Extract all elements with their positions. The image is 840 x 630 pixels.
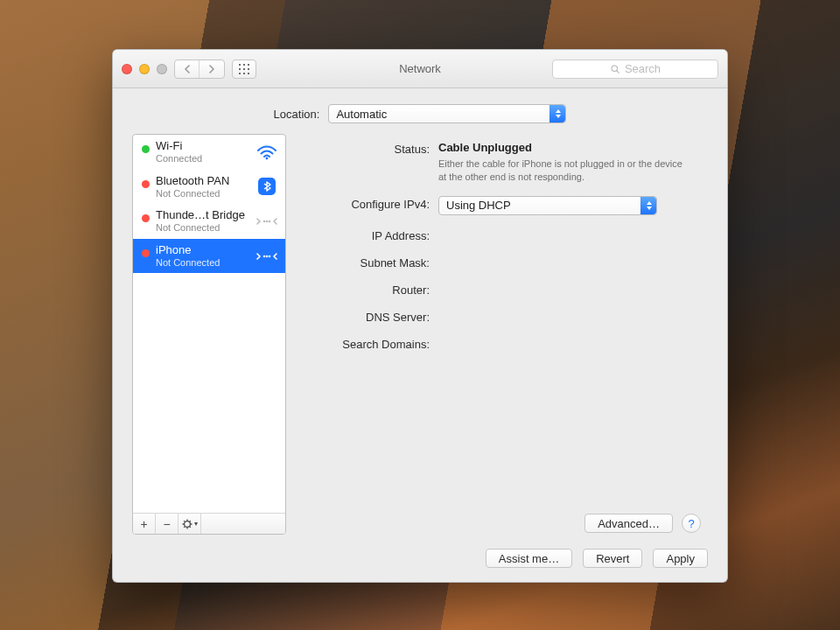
apply-button[interactable]: Apply [653,549,708,568]
forward-button[interactable] [200,60,224,78]
assist-me-button[interactable]: Assist me… [486,549,572,568]
status-dot-icon [142,249,150,257]
subnet-mask-label: Subnet Mask: [298,255,430,270]
chevron-right-icon [208,65,215,74]
svg-point-19 [184,521,190,527]
advanced-button[interactable]: Advanced… [584,514,673,533]
status-description: Either the cable for iPhone is not plugg… [438,158,692,184]
service-iphone[interactable]: iPhone Not Connected [133,239,285,274]
nav-back-forward [174,60,225,79]
search-domains-label: Search Domains: [298,336,430,351]
status-dot-icon [142,145,150,153]
status-value: Cable Unplugged [438,141,701,154]
configure-ipv4-value: Using DHCP [446,199,511,212]
svg-rect-4 [243,68,245,70]
add-service-button[interactable]: + [133,514,156,534]
window-footer: Assist me… Revert Apply [132,549,708,568]
minimize-window-button[interactable] [139,64,150,74]
status-dot-icon [142,214,150,222]
search-field[interactable]: Search [552,60,718,79]
svg-rect-8 [248,73,249,74]
close-window-button[interactable] [122,64,132,74]
window-traffic-lights [122,64,167,74]
svg-line-10 [617,70,620,73]
service-bluetooth-pan[interactable]: Bluetooth PAN Not Connected [133,170,285,205]
svg-point-15 [269,220,271,223]
service-name: Wi-Fi [156,140,249,153]
svg-point-14 [266,220,269,223]
svg-rect-1 [243,64,245,66]
service-status: Not Connected [156,257,249,269]
status-label: Status: [298,141,430,156]
service-name: iPhone [156,244,249,257]
service-name: Thunde…t Bridge [156,209,249,222]
svg-rect-6 [239,73,241,74]
svg-line-24 [184,521,185,522]
service-name: Bluetooth PAN [156,175,249,188]
minus-icon: − [163,517,170,531]
gear-icon [182,519,192,529]
location-row: Location: Automatic [132,102,708,123]
location-value: Automatic [336,108,387,121]
service-status: Connected [156,153,249,164]
bridge-icon [256,247,278,266]
svg-rect-7 [243,73,245,74]
configure-ipv4-label: Configure IPv4: [298,196,430,211]
service-status: Not Connected [156,188,249,200]
service-status: Not Connected [156,222,249,234]
svg-rect-5 [248,68,249,70]
chevron-down-icon: ▾ [194,520,198,528]
popup-arrows-icon [640,197,656,214]
service-wifi[interactable]: Wi-Fi Connected [133,135,285,170]
search-placeholder: Search [625,62,661,75]
status-dot-icon [142,180,150,188]
ip-address-label: IP Address: [298,228,430,242]
service-thunderbolt-bridge[interactable]: Thunde…t Bridge Not Connected [133,204,285,239]
window-toolbar: Network Search [113,50,727,88]
show-all-button[interactable] [232,60,256,79]
dns-server-label: DNS Server: [298,309,430,324]
popup-arrows-icon [550,105,565,122]
svg-point-18 [269,255,271,257]
svg-line-27 [184,526,185,527]
services-footer-bar: + − ▾ [133,513,285,534]
revert-button[interactable]: Revert [583,549,642,568]
router-label: Router: [298,282,430,297]
bluetooth-icon [256,177,278,196]
search-icon [610,64,620,74]
configure-ipv4-popup[interactable]: Using DHCP [438,196,657,215]
svg-line-25 [189,526,190,527]
zoom-window-button[interactable] [157,64,167,74]
back-button[interactable] [175,60,200,78]
services-list: Wi-Fi Connected Bluetooth PAN Not Connec… [133,135,285,513]
grid-icon [239,64,249,74]
plus-icon: + [140,517,147,531]
service-actions-button[interactable]: ▾ [178,514,201,534]
svg-point-13 [263,220,266,223]
svg-point-16 [263,255,266,257]
services-sidebar: Wi-Fi Connected Bluetooth PAN Not Connec… [132,134,286,535]
svg-rect-0 [239,64,241,66]
help-button[interactable]: ? [682,514,701,533]
wifi-icon [256,143,278,162]
chevron-left-icon [184,65,191,74]
bridge-icon [256,212,278,231]
svg-rect-2 [248,64,249,66]
svg-rect-3 [239,68,241,70]
network-prefs-window: Network Search Location: Automatic Wi-F [112,49,728,583]
svg-line-26 [189,521,190,522]
location-popup[interactable]: Automatic [328,104,566,123]
svg-point-17 [266,255,269,257]
svg-point-11 [266,157,269,159]
location-label: Location: [274,108,320,121]
remove-service-button[interactable]: − [156,514,178,534]
service-detail-panel: Status: Cable Unplugged Either the cable… [298,134,708,535]
